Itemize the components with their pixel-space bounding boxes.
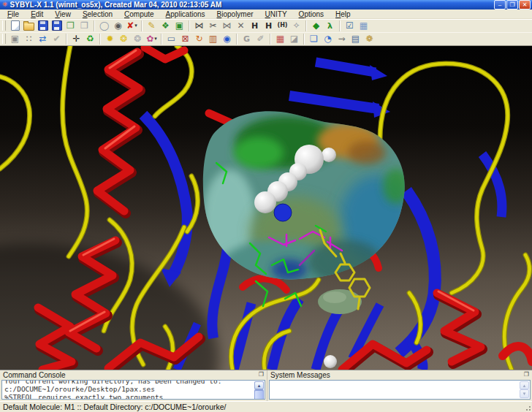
recycle-icon[interactable]: ♻ bbox=[83, 33, 97, 45]
light-off-icon[interactable]: ❂ bbox=[131, 33, 145, 45]
delete-icon[interactable]: ✘▾ bbox=[125, 20, 139, 31]
redraw-icon[interactable]: ↻ bbox=[192, 33, 206, 45]
link-tool-icon[interactable]: ⇝ bbox=[335, 33, 349, 45]
resize-grip[interactable] bbox=[522, 403, 531, 411]
monitor-chart-icon[interactable]: ▤ bbox=[349, 33, 362, 45]
checklist-icon[interactable]: ☑ bbox=[343, 20, 357, 31]
save-icon bbox=[38, 20, 48, 31]
save-as-icon bbox=[52, 20, 62, 31]
toolbar-grip[interactable] bbox=[2, 20, 6, 31]
render-paint-icon[interactable]: ❁ bbox=[362, 33, 376, 45]
minimize-button[interactable]: – bbox=[494, 0, 506, 9]
display-screen-icon[interactable]: ▣ bbox=[8, 33, 22, 45]
biopolymer-tool-icon[interactable]: λ bbox=[323, 20, 337, 31]
menu-help[interactable]: Help bbox=[330, 10, 357, 18]
globe-render-icon: ◉ bbox=[223, 34, 230, 43]
menu-applications[interactable]: Applications bbox=[160, 10, 211, 18]
sync-views-icon[interactable]: ⇄ bbox=[36, 33, 50, 45]
console-scrollbar[interactable]: ▲ ▼ bbox=[254, 381, 264, 398]
bond-join-icon: ⋈ bbox=[223, 21, 232, 30]
bond-delete-icon[interactable]: ✕ bbox=[234, 20, 248, 31]
menu-unity[interactable]: UNITY bbox=[259, 10, 293, 18]
color-palette-icon: ✿ bbox=[146, 34, 153, 43]
dropdown-arrow-icon[interactable]: ▾ bbox=[134, 23, 137, 28]
grid-g-icon[interactable]: G bbox=[240, 33, 254, 45]
select-rectangle-icon[interactable]: ▭ bbox=[164, 33, 178, 45]
spreadsheet-icon[interactable]: ▦ bbox=[273, 33, 287, 45]
system-messages-output[interactable]: ▲ ▼ bbox=[269, 380, 531, 400]
add-light-icon[interactable]: ✹ bbox=[103, 33, 117, 45]
bond-tool-icon: ⋈ bbox=[195, 21, 204, 30]
recycle-icon: ♻ bbox=[86, 34, 94, 43]
scroll-down-icon[interactable]: ▼ bbox=[520, 389, 529, 397]
import-file-icon[interactable]: ❐ bbox=[64, 20, 77, 31]
globe-render-icon[interactable]: ◉ bbox=[220, 33, 234, 45]
bond-cut-icon: ✂ bbox=[209, 21, 216, 30]
selection-brackets-icon[interactable]: ∷ bbox=[22, 33, 36, 45]
menu-edit[interactable]: Edit bbox=[25, 10, 49, 18]
eraser-icon[interactable]: ✐ bbox=[254, 33, 267, 45]
key-tool-icon[interactable]: ✧ bbox=[289, 20, 303, 31]
toolbar-row-2: ▣∷⇄✔✛♻✹❂❂✿▾▭⊠↻▥◉G✐▦◪❏◔⇝▤❁ bbox=[0, 32, 532, 46]
open-file-icon[interactable] bbox=[22, 20, 36, 31]
apply-check-icon[interactable]: ✔ bbox=[50, 33, 64, 45]
fit-view-icon: ▣ bbox=[175, 21, 183, 30]
bond-join-icon[interactable]: ⋈ bbox=[220, 20, 234, 31]
menu-selection[interactable]: Selection bbox=[77, 10, 118, 18]
undo-ring-icon[interactable]: ◯ bbox=[97, 20, 111, 31]
spreadsheet-icon: ▦ bbox=[276, 34, 284, 43]
float-panel-icon[interactable]: ❐ bbox=[524, 372, 529, 378]
biopolymer-tool-icon: λ bbox=[327, 22, 332, 30]
open-file-icon bbox=[23, 23, 34, 31]
clock-monitor-icon[interactable]: ◔ bbox=[321, 33, 335, 45]
scroll-up-icon[interactable]: ▲ bbox=[254, 381, 264, 389]
menu-view[interactable]: View bbox=[49, 10, 77, 18]
menu-compute[interactable]: Compute bbox=[118, 10, 160, 18]
toolbar-grip[interactable] bbox=[2, 34, 6, 44]
apply-check-icon: ✔ bbox=[53, 34, 60, 43]
export-file-icon[interactable]: ❐ bbox=[77, 20, 91, 31]
menu-options[interactable]: Options bbox=[293, 10, 330, 18]
move-tool-icon[interactable]: ✛ bbox=[69, 33, 83, 45]
bond-tool-icon[interactable]: ⋈ bbox=[192, 20, 206, 31]
save-as-icon[interactable] bbox=[50, 20, 64, 31]
light-off-icon: ❂ bbox=[134, 34, 141, 43]
checklist-icon: ☑ bbox=[346, 21, 354, 30]
dropdown-arrow-icon[interactable]: ▾ bbox=[154, 36, 157, 42]
3d-viewport[interactable] bbox=[0, 46, 532, 370]
float-panel-icon[interactable]: ❐ bbox=[259, 372, 264, 378]
redraw-icon: ↻ bbox=[195, 34, 202, 43]
system-messages-header[interactable]: System Messages ❐ bbox=[269, 370, 531, 380]
command-console-header[interactable]: Command Console ❐ bbox=[1, 370, 265, 380]
scroll-thumb[interactable] bbox=[254, 390, 264, 400]
color-palette-icon[interactable]: ✿▾ bbox=[145, 33, 159, 45]
cascade-windows-icon[interactable]: ❏ bbox=[307, 33, 321, 45]
unity-gem-icon[interactable]: ◆ bbox=[309, 20, 323, 31]
snapshot-camera-icon[interactable]: ◉ bbox=[111, 20, 125, 31]
fit-view-icon[interactable]: ▣ bbox=[172, 20, 186, 31]
command-console-output[interactable]: Your current working directory, has been… bbox=[1, 380, 265, 400]
toolbar-separator bbox=[161, 34, 162, 45]
table-icon[interactable]: ▦ bbox=[357, 20, 370, 31]
sketch-pencil-icon[interactable]: ✎ bbox=[145, 20, 159, 31]
screen-capture-icon: ▥ bbox=[209, 34, 217, 43]
hide-hydrogens-icon[interactable]: (H) bbox=[276, 20, 289, 31]
view-molecule-box-icon[interactable]: ❖ bbox=[159, 20, 172, 31]
close-button[interactable]: ✕ bbox=[519, 0, 531, 9]
hydrogens-icon[interactable]: H bbox=[262, 20, 276, 31]
save-icon[interactable] bbox=[36, 20, 50, 31]
clear-selection-icon[interactable]: ⊠ bbox=[178, 33, 192, 45]
screen-capture-icon[interactable]: ▥ bbox=[206, 33, 220, 45]
restore-button[interactable]: ❐ bbox=[506, 0, 518, 9]
menu-biopolymer[interactable]: Biopolymer bbox=[211, 10, 259, 18]
system-messages-scrollbar[interactable]: ▲ ▼ bbox=[520, 381, 529, 398]
new-file-icon[interactable] bbox=[8, 20, 22, 31]
title-bar[interactable]: ✳ SYBYL-X 1.1 (winnt_os5x), Created Mar … bbox=[0, 0, 532, 9]
menu-file[interactable]: File bbox=[1, 10, 25, 18]
scroll-up-icon[interactable]: ▲ bbox=[520, 381, 529, 389]
add-hydrogens-icon[interactable]: H bbox=[248, 20, 262, 31]
bond-cut-icon[interactable]: ✂ bbox=[206, 20, 220, 31]
disabled-tool-icon[interactable]: ◪ bbox=[287, 33, 301, 45]
toolbar-separator bbox=[236, 34, 238, 45]
light-on-icon[interactable]: ❂ bbox=[117, 33, 131, 45]
